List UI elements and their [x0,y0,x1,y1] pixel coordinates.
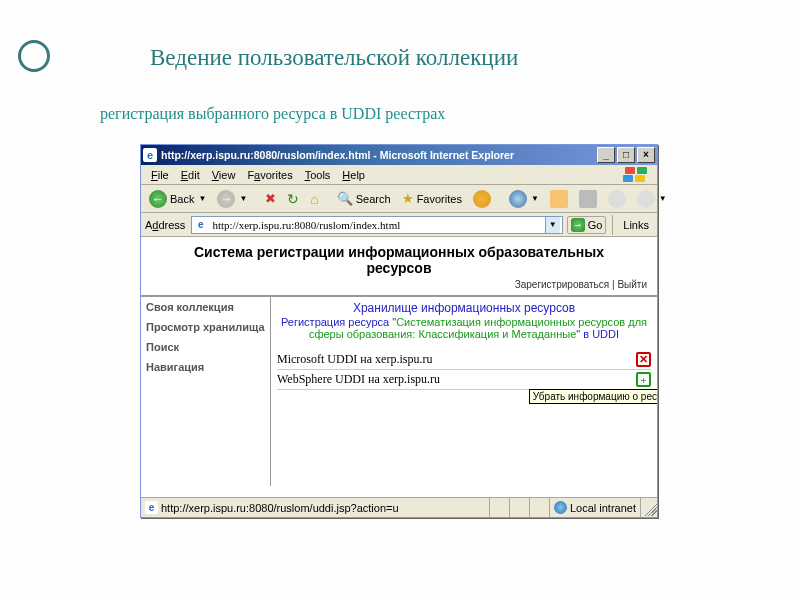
media-icon [473,190,491,208]
status-empty-1 [490,498,510,517]
circle-icon [608,190,626,208]
menu-bar: File Edit View Favorites Tools Help [141,165,657,185]
chevron-down-icon: ▼ [530,194,539,203]
toolbar: Back ▼ ▼ ✖ ↻ ⌂ 🔍 Search ★ Favorites [141,185,657,213]
status-zone: Local intranet [570,502,636,514]
sidebar-item-navigation[interactable]: Навигация [146,361,265,373]
back-button[interactable]: Back ▼ [145,188,210,210]
chevron-down-icon: ▼ [658,194,667,203]
registry-label: WebSphere UDDI на xerp.ispu.ru [277,372,630,387]
mail-icon [550,190,568,208]
status-url-cell: http://xerp.ispu.ru:8080/ruslom/uddi.jsp… [141,498,490,517]
links-label: Links [623,219,649,231]
resize-grip[interactable] [641,500,657,516]
sidebar-item-search[interactable]: Поиск [146,341,265,353]
search-label: Search [356,193,391,205]
menu-edit[interactable]: Edit [175,169,206,181]
logout-link[interactable]: Выйти [617,279,647,290]
mail-button[interactable] [546,188,572,210]
search-icon: 🔍 [337,191,353,206]
separator [612,215,613,235]
maximize-button[interactable]: □ [617,147,635,163]
sidebar-item-browse[interactable]: Просмотр хранилища [146,321,265,333]
close-button[interactable]: × [637,147,655,163]
address-bar: Address ▼ Go Links [141,213,657,237]
tooltip: Убрать информацию о рес [529,389,657,404]
menu-view[interactable]: View [206,169,242,181]
page-title-line2: ресурсов [145,260,653,276]
register-link[interactable]: Зарегистрироваться [515,279,610,290]
intranet-icon [554,501,567,514]
page-header: Система регистрации информационных образ… [141,238,657,296]
extra-button-1[interactable] [604,188,630,210]
address-field-wrapper: ▼ [191,216,562,234]
sidebar: Своя коллекция Просмотр хранилища Поиск … [141,297,271,486]
add-icon[interactable]: + [636,372,651,387]
page-icon [194,218,207,231]
home-button[interactable]: ⌂ [306,189,322,209]
circle-icon [637,190,655,208]
status-zone-cell: Local intranet [550,498,641,517]
page-title-line1: Система регистрации информационных образ… [194,244,604,260]
registry-list: Microsoft UDDI на xerp.ispu.ru ✕ WebSphe… [277,350,651,390]
address-label: Address [145,219,185,231]
slide-subtitle: регистрация выбранного ресурса в UDDI ре… [100,105,445,123]
main-panel: Хранилище информационных ресурсов Регист… [271,297,657,486]
stop-button[interactable]: ✖ [261,189,280,208]
refresh-button[interactable]: ↻ [283,189,303,209]
go-icon [571,218,585,232]
registry-row: Microsoft UDDI на xerp.ispu.ru ✕ [277,350,651,370]
forward-button[interactable]: ▼ [213,188,251,210]
minimize-button[interactable]: _ [597,147,615,163]
status-empty-3 [530,498,550,517]
history-icon [509,190,527,208]
menu-help[interactable]: Help [336,169,371,181]
page-content: Система регистрации информационных образ… [141,237,657,497]
windows-logo-icon [621,167,649,183]
window-title: http://xerp.ispu.ru:8080/ruslom/index.ht… [161,149,597,161]
window-title-bar[interactable]: http://xerp.ispu.ru:8080/ruslom/index.ht… [141,145,657,165]
storage-title: Хранилище информационных ресурсов [277,301,651,315]
address-dropdown-button[interactable]: ▼ [545,217,560,233]
status-bar: http://xerp.ispu.ru:8080/ruslom/uddi.jsp… [141,497,657,517]
ie-icon [143,148,157,162]
forward-icon [217,190,235,208]
delete-icon[interactable]: ✕ [636,352,651,367]
media-button[interactable] [469,188,495,210]
chevron-down-icon: ▼ [238,194,247,203]
go-label: Go [588,219,603,231]
back-label: Back [170,193,194,205]
status-url: http://xerp.ispu.ru:8080/ruslom/uddi.jsp… [161,502,399,514]
slide-decoration-circle [18,40,50,72]
history-button[interactable]: ▼ [505,188,543,210]
search-button[interactable]: 🔍 Search [333,189,395,208]
extra-button-2[interactable]: ▼ [633,188,671,210]
status-empty-2 [510,498,530,517]
print-icon [579,190,597,208]
browser-window: http://xerp.ispu.ru:8080/ruslom/index.ht… [140,144,658,518]
go-button[interactable]: Go [567,216,607,234]
menu-file[interactable]: File [145,169,175,181]
registry-row: WebSphere UDDI на xerp.ispu.ru + [277,370,651,390]
address-input[interactable] [210,218,541,232]
favorites-label: Favorites [417,193,462,205]
menu-favorites[interactable]: Favorites [241,169,298,181]
links-button[interactable]: Links [619,219,653,231]
registration-text: Регистрация ресурса "Систематизация инфо… [277,316,651,340]
registry-label: Microsoft UDDI на xerp.ispu.ru [277,352,630,367]
star-icon: ★ [402,191,414,206]
page-icon [145,501,158,514]
back-icon [149,190,167,208]
reg-suffix: " в UDDI [576,328,619,340]
print-button[interactable] [575,188,601,210]
sidebar-item-collection[interactable]: Своя коллекция [146,301,265,313]
reg-prefix: Регистрация ресурса " [281,316,396,328]
menu-tools[interactable]: Tools [299,169,337,181]
slide-title: Ведение пользовательской коллекции [150,45,760,71]
chevron-down-icon: ▼ [197,194,206,203]
favorites-button[interactable]: ★ Favorites [398,189,466,208]
